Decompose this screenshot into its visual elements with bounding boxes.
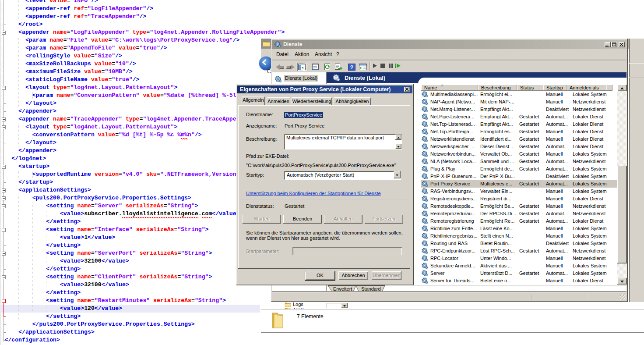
- svg-text:Standard: Standard: [361, 286, 381, 292]
- svg-text:Erweitert: Erweitert: [333, 286, 352, 292]
- svg-text:?: ?: [350, 64, 353, 71]
